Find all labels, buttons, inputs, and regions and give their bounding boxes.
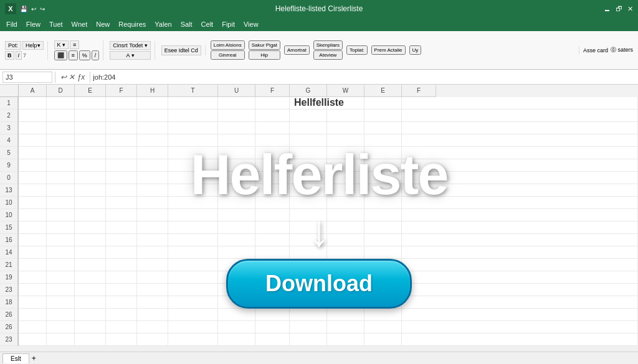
cell-d1[interactable]	[47, 97, 75, 110]
cell-2-3[interactable]	[106, 110, 137, 122]
bold-button[interactable]: B	[5, 51, 14, 60]
cell-13-9[interactable]	[327, 246, 364, 259]
row-header-15[interactable]: 15	[0, 222, 18, 234]
italic-button[interactable]: I	[16, 51, 22, 60]
cell-8-0[interactable]	[19, 184, 47, 197]
align-center-button[interactable]: ≡	[69, 50, 78, 60]
cell-2-last[interactable]	[402, 110, 638, 122]
cell-5-5[interactable]	[168, 147, 218, 159]
cell-w1[interactable]	[327, 97, 364, 110]
cell-2-9[interactable]	[327, 110, 364, 122]
cell-18-10[interactable]	[364, 309, 402, 321]
cell-6-8[interactable]	[290, 159, 327, 172]
row-header-4[interactable]: 4	[0, 134, 18, 147]
row-header-9[interactable]: 9	[0, 159, 18, 172]
cell-4-1[interactable]	[47, 134, 75, 147]
col-header-h[interactable]: H	[137, 85, 168, 97]
redo-quick-icon[interactable]: ↪	[40, 6, 45, 12]
cell-7-7[interactable]	[255, 172, 290, 184]
cell-9-last[interactable]	[402, 197, 638, 209]
cell-8-10[interactable]	[364, 184, 402, 197]
menu-wnet[interactable]: Wnet	[68, 19, 92, 29]
cell-7-9[interactable]	[327, 172, 364, 184]
cell-15-3[interactable]	[106, 271, 137, 284]
cell-9-8[interactable]	[290, 197, 327, 209]
cell-4-last[interactable]	[402, 134, 638, 147]
cell-20-4[interactable]	[137, 334, 168, 346]
row-header-19[interactable]: 19	[0, 271, 18, 284]
cell-4-3[interactable]	[106, 134, 137, 147]
cell-4-4[interactable]	[137, 134, 168, 147]
row-header-2[interactable]: 2	[0, 110, 18, 122]
cell-20-9[interactable]	[327, 334, 364, 346]
cell-a1[interactable]	[19, 97, 47, 110]
cell-4-9[interactable]	[327, 134, 364, 147]
cell-6-2[interactable]	[75, 159, 106, 172]
formula-input[interactable]: joh:204	[93, 73, 636, 81]
cell-8-1[interactable]	[47, 184, 75, 197]
cell-19-1[interactable]	[47, 321, 75, 334]
cell-19-4[interactable]	[137, 321, 168, 334]
cell-16-1[interactable]	[47, 284, 75, 296]
cell-h1[interactable]	[137, 97, 168, 110]
cell-e1[interactable]	[75, 97, 106, 110]
cell-14-5[interactable]	[168, 259, 218, 271]
cell-19-2[interactable]	[75, 321, 106, 334]
cell-18-6[interactable]	[218, 309, 255, 321]
cell-6-7[interactable]	[255, 159, 290, 172]
row-header-10a[interactable]: 10	[0, 197, 18, 209]
cell-8-last[interactable]	[402, 184, 638, 197]
cell-18-7[interactable]	[255, 309, 290, 321]
cell-8-4[interactable]	[137, 184, 168, 197]
cell-10-0[interactable]	[19, 209, 47, 222]
cell-11-7[interactable]	[255, 222, 290, 234]
col-header-f3[interactable]: F	[402, 85, 436, 97]
menu-view[interactable]: View	[240, 19, 262, 29]
cell-8-6[interactable]	[218, 184, 255, 197]
cell-4-2[interactable]	[75, 134, 106, 147]
toplat-button[interactable]: Toplat:	[346, 45, 368, 55]
row-header-23b[interactable]: 23	[0, 334, 18, 346]
cell-9-4[interactable]	[137, 197, 168, 209]
close-button[interactable]: ✕	[627, 5, 633, 13]
cell-5-9[interactable]	[327, 147, 364, 159]
cell-17-4[interactable]	[137, 296, 168, 309]
cell-11-8[interactable]	[290, 222, 327, 234]
cell-f2-1[interactable]	[255, 97, 290, 110]
cell-10-3[interactable]	[106, 209, 137, 222]
cell-15-4[interactable]	[137, 271, 168, 284]
cell-2-5[interactable]	[168, 110, 218, 122]
cell-10-last[interactable]	[402, 209, 638, 222]
cell-2-2[interactable]	[75, 110, 106, 122]
cell-2-10[interactable]	[364, 110, 402, 122]
cell-3-6[interactable]	[218, 122, 255, 134]
cell-9-5[interactable]	[168, 197, 218, 209]
cell-6-4[interactable]	[137, 159, 168, 172]
cell-7-2[interactable]	[75, 172, 106, 184]
cell-5-1[interactable]	[47, 147, 75, 159]
cell-15-0[interactable]	[19, 271, 47, 284]
cell-13-4[interactable]	[137, 246, 168, 259]
row-header-1[interactable]: 1	[0, 97, 18, 110]
cell-7-10[interactable]	[364, 172, 402, 184]
cell-13-3[interactable]	[106, 246, 137, 259]
cell-18-1[interactable]	[47, 309, 75, 321]
cell-16-3[interactable]	[106, 284, 137, 296]
cell-3-last[interactable]	[402, 122, 638, 134]
cell-7-3[interactable]	[106, 172, 137, 184]
menu-yalen[interactable]: Yalen	[151, 19, 175, 29]
cell-14-0[interactable]	[19, 259, 47, 271]
cell-5-2[interactable]	[75, 147, 106, 159]
cell-7-5[interactable]	[168, 172, 218, 184]
cell-14-2[interactable]	[75, 259, 106, 271]
cell-17-3[interactable]	[106, 296, 137, 309]
row-header-16[interactable]: 16	[0, 234, 18, 246]
cell-8-7[interactable]	[255, 184, 290, 197]
cell-16-2[interactable]	[75, 284, 106, 296]
cell-f1[interactable]	[106, 97, 137, 110]
cell-9-10[interactable]	[364, 197, 402, 209]
cell-15-5[interactable]	[168, 271, 218, 284]
cinsrt-todet-button[interactable]: Cinsrt Todet ▾	[110, 41, 150, 50]
cell-19-6[interactable]	[218, 321, 255, 334]
cell-9-7[interactable]	[255, 197, 290, 209]
